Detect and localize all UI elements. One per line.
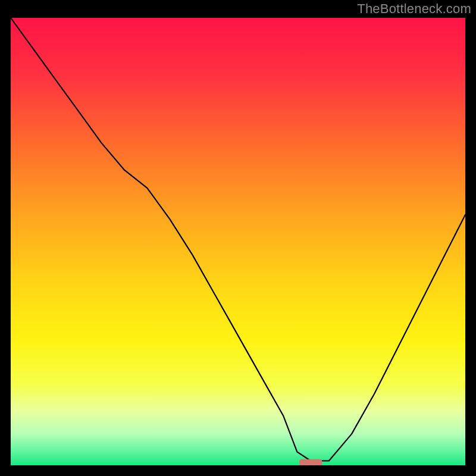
optimal-marker bbox=[299, 459, 322, 465]
chart-frame: TheBottleneck.com bbox=[0, 0, 476, 476]
chart-svg bbox=[11, 18, 465, 465]
watermark-text: TheBottleneck.com bbox=[357, 1, 471, 17]
gradient-rect bbox=[11, 18, 465, 465]
plot-area bbox=[11, 18, 465, 465]
